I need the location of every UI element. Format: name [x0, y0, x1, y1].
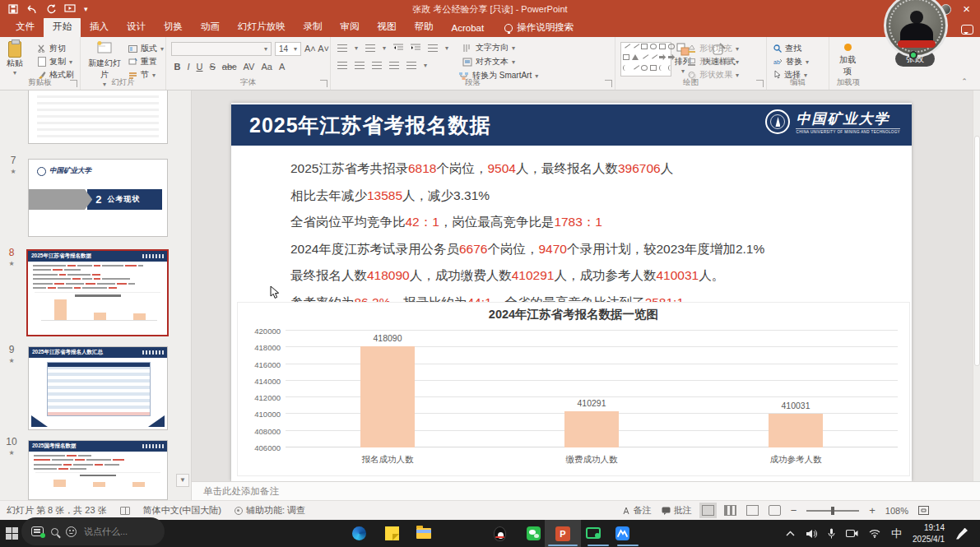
- shape-glyph[interactable]: [659, 54, 666, 60]
- shape-effects-button[interactable]: 形状效果▾: [687, 69, 739, 81]
- notes-pane[interactable]: 单击此处添加备注: [192, 481, 980, 500]
- close-button[interactable]: ×: [958, 0, 975, 18]
- search-icon[interactable]: [51, 528, 58, 535]
- ribbon-tab-1[interactable]: 开始: [44, 17, 81, 37]
- start-button[interactable]: [6, 527, 18, 540]
- undo-icon[interactable]: [26, 5, 38, 14]
- customize-qat-icon[interactable]: ▾: [84, 5, 88, 13]
- text-direction-button[interactable]: 文字方向▾: [462, 42, 515, 53]
- bullets-icon[interactable]: [337, 44, 347, 52]
- shape-glyph[interactable]: [650, 44, 657, 49]
- shape-glyph[interactable]: [641, 65, 648, 71]
- animation-star-icon[interactable]: ★: [3, 357, 20, 364]
- columns-icon[interactable]: [406, 62, 416, 69]
- pen-workspace-icon[interactable]: [955, 527, 968, 540]
- speaker-icon[interactable]: [806, 529, 817, 539]
- font-button-I[interactable]: I: [184, 62, 193, 72]
- shape-outline-button[interactable]: 形状轮廓▾: [687, 56, 739, 67]
- font-button-AV[interactable]: AV: [240, 62, 258, 72]
- shape-glyph[interactable]: [640, 50, 649, 58]
- scrollbar-thumb[interactable]: [974, 136, 980, 366]
- line-spacing-icon[interactable]: [428, 44, 438, 52]
- align-center-icon[interactable]: [355, 62, 365, 69]
- danmaku-panel-icon[interactable]: [31, 526, 44, 536]
- shape-glyph[interactable]: [632, 54, 639, 60]
- thumbnail-slide-6-partial[interactable]: [28, 90, 168, 144]
- shape-glyph[interactable]: [668, 44, 675, 49]
- zoom-percentage[interactable]: 108%: [885, 506, 908, 516]
- font-button-U[interactable]: U: [193, 62, 206, 72]
- accessibility-status[interactable]: 辅助功能: 调查: [235, 504, 305, 517]
- reading-view-button[interactable]: [746, 505, 759, 516]
- powerpoint-taskbar-cell[interactable]: P: [545, 520, 581, 547]
- thumbnail-scroll-down-button[interactable]: ▼: [176, 474, 189, 487]
- thumbnail-slide-8-selected[interactable]: 2025年江苏省考报名数据: [26, 249, 169, 336]
- align-text-button[interactable]: 对齐文本▾: [462, 56, 515, 67]
- ribbon-tab-9[interactable]: 视图: [369, 17, 406, 37]
- align-buttons[interactable]: ▾: [337, 62, 427, 69]
- numbering-icon[interactable]: [365, 44, 375, 52]
- ribbon-tab-5[interactable]: 动画: [192, 17, 229, 37]
- meeting-app-icon[interactable]: [615, 526, 629, 540]
- slide-counter[interactable]: 幻灯片 第 8 张，共 23 张: [7, 504, 107, 517]
- animation-star-icon[interactable]: ★: [5, 168, 21, 175]
- addins-button[interactable]: 加载项: [837, 44, 858, 77]
- chart-bar-2[interactable]: [564, 411, 619, 447]
- edge-browser-icon[interactable]: [352, 526, 366, 540]
- wechat-icon[interactable]: [527, 526, 541, 540]
- shape-glyph[interactable]: [631, 61, 640, 69]
- file-explorer-icon[interactable]: [416, 528, 431, 539]
- screen-capture-icon[interactable]: [586, 527, 601, 539]
- paragraph-dialog-launcher[interactable]: [605, 80, 612, 87]
- shape-glyph[interactable]: [641, 44, 648, 49]
- shape-glyph[interactable]: [668, 54, 675, 60]
- slide-body-text[interactable]: 2025江苏省考共招录6818个岗位，9504人，最终报名人数396706人相比…: [290, 155, 887, 316]
- shape-glyph[interactable]: [623, 65, 629, 71]
- ribbon-tab-10[interactable]: 帮助: [406, 17, 443, 37]
- wifi-icon[interactable]: [869, 529, 880, 538]
- shape-glyph[interactable]: [649, 50, 658, 58]
- microphone-icon[interactable]: [828, 528, 835, 539]
- align-left-icon[interactable]: [337, 62, 347, 69]
- paste-button[interactable]: 粘贴▾: [7, 41, 23, 76]
- start-slideshow-icon[interactable]: [64, 4, 76, 14]
- font-button-B[interactable]: B: [171, 62, 183, 72]
- justify-icon[interactable]: [389, 62, 399, 69]
- ribbon-tab-2[interactable]: 插入: [81, 17, 118, 37]
- ribbon-tab-6[interactable]: 幻灯片放映: [229, 17, 295, 37]
- font-name-select[interactable]: ▾: [171, 42, 272, 56]
- shape-glyph[interactable]: [631, 39, 640, 48]
- chart-bar-1[interactable]: [360, 346, 415, 447]
- ribbon-tab-0[interactable]: 文件: [7, 17, 44, 37]
- tell-me-search[interactable]: 操作说明搜索: [504, 21, 574, 37]
- shape-glyph[interactable]: [659, 44, 666, 49]
- font-dialog-launcher[interactable]: [320, 80, 327, 87]
- fit-to-window-button[interactable]: [918, 506, 929, 515]
- shape-glyph[interactable]: [668, 65, 675, 71]
- find-button[interactable]: 查找: [773, 43, 801, 54]
- ribbon-tab-11[interactable]: Acrobat: [443, 20, 494, 37]
- drawing-dialog-launcher[interactable]: [756, 80, 764, 87]
- notes-toggle-button[interactable]: 备注: [622, 504, 652, 517]
- shape-glyph[interactable]: [623, 54, 629, 60]
- shape-fill-button[interactable]: 形状填充▾: [687, 43, 739, 54]
- shape-glyph[interactable]: [659, 65, 666, 71]
- qq-icon[interactable]: [494, 526, 506, 541]
- animation-star-icon[interactable]: ★: [2, 449, 21, 457]
- camera-icon[interactable]: [846, 529, 858, 538]
- thumbnail-slide-9[interactable]: 2025年江苏省考报名人数汇总: [28, 346, 168, 430]
- spellcheck-icon[interactable]: [120, 507, 130, 515]
- shapes-gallery[interactable]: [620, 42, 671, 76]
- zoom-in-button[interactable]: +: [869, 504, 875, 517]
- slideshow-view-button[interactable]: [769, 505, 781, 516]
- stream-chat-overlay[interactable]: 说点什么...: [21, 517, 165, 545]
- ribbon-tab-8[interactable]: 审阅: [332, 17, 369, 37]
- ribbon-tab-4[interactable]: 切换: [155, 17, 192, 37]
- zoom-slider-thumb[interactable]: [831, 507, 834, 515]
- slide-title-banner[interactable]: 2025年江苏省考报名数据 中国矿业大学 CHINA UNIVERSITY OF…: [231, 104, 912, 146]
- clipboard-dialog-launcher[interactable]: [70, 80, 77, 87]
- font-button-abc[interactable]: abc: [219, 62, 239, 72]
- ribbon-tab-7[interactable]: 录制: [295, 17, 332, 37]
- zoom-out-button[interactable]: −: [791, 504, 797, 517]
- thumbnail-slide-10[interactable]: 2025国考报名数据: [28, 440, 168, 500]
